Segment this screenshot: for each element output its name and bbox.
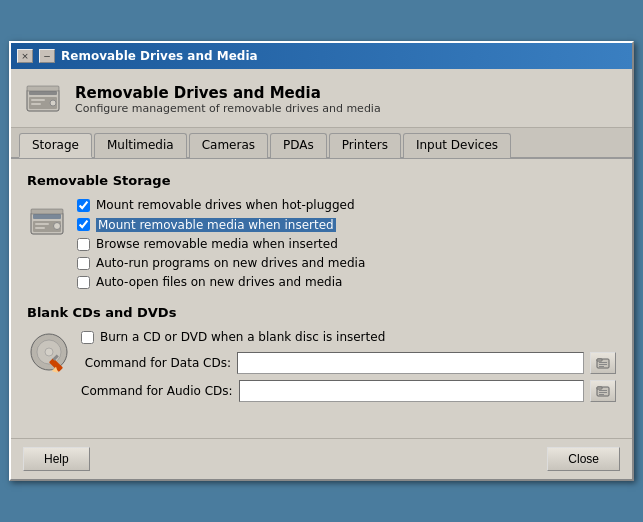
browse-insert-checkbox[interactable]	[77, 238, 90, 251]
mount-insert-checkbox[interactable]	[77, 218, 90, 231]
browse-insert-label: Browse removable media when inserted	[96, 237, 338, 251]
data-cd-browse-button[interactable]	[590, 352, 616, 374]
header-title: Removable Drives and Media	[75, 84, 381, 102]
blank-inputs: Burn a CD or DVD when a blank disc is in…	[81, 330, 616, 408]
checkbox-browse-insert: Browse removable media when inserted	[77, 237, 365, 251]
svg-rect-4	[31, 99, 45, 101]
help-button[interactable]: Help	[23, 447, 90, 471]
auto-run-label: Auto-run programs on new drives and medi…	[96, 256, 365, 270]
titlebar-left: × − Removable Drives and Media	[17, 49, 258, 63]
tab-pdas[interactable]: PDAs	[270, 133, 327, 158]
data-cd-row: Command for Data CDs:	[81, 352, 616, 374]
storage-checkboxes: Mount removable drives when hot-plugged …	[77, 198, 365, 289]
footer: Help Close	[11, 438, 632, 479]
svg-rect-12	[35, 227, 45, 229]
checkbox-auto-run: Auto-run programs on new drives and medi…	[77, 256, 365, 270]
mount-hot-label: Mount removable drives when hot-plugged	[96, 198, 355, 212]
blank-content-row: Burn a CD or DVD when a blank disc is in…	[27, 330, 616, 408]
burn-cd-checkbox[interactable]	[81, 331, 94, 344]
svg-rect-26	[597, 387, 602, 389]
cd-icon	[27, 330, 71, 374]
content-area: Removable Storage	[11, 159, 632, 438]
close-button-footer[interactable]: Close	[547, 447, 620, 471]
svg-rect-11	[35, 223, 49, 225]
tab-storage[interactable]: Storage	[19, 133, 92, 158]
header-section: Removable Drives and Media Configure man…	[11, 69, 632, 128]
audio-cd-browse-button[interactable]	[590, 380, 616, 402]
tab-cameras[interactable]: Cameras	[189, 133, 268, 158]
mount-hot-checkbox[interactable]	[77, 199, 90, 212]
svg-rect-24	[599, 366, 604, 367]
mount-insert-label: Mount removable media when inserted	[96, 217, 336, 232]
header-text: Removable Drives and Media Configure man…	[75, 84, 381, 115]
main-window: × − Removable Drives and Media Removable…	[9, 41, 634, 481]
header-subtitle: Configure management of removable drives…	[75, 102, 381, 115]
minimize-button[interactable]: −	[39, 49, 55, 63]
checkbox-auto-open: Auto-open files on new drives and media	[77, 275, 365, 289]
blank-cds-section: Blank CDs and DVDs	[27, 305, 616, 408]
data-cd-input[interactable]	[237, 352, 584, 374]
window-title: Removable Drives and Media	[61, 49, 258, 63]
checkbox-burn: Burn a CD or DVD when a blank disc is in…	[81, 330, 616, 344]
svg-rect-21	[597, 359, 602, 361]
svg-rect-28	[599, 392, 607, 393]
blank-cds-title: Blank CDs and DVDs	[27, 305, 616, 320]
browse-icon	[596, 356, 610, 370]
titlebar: × − Removable Drives and Media	[11, 43, 632, 69]
auto-open-label: Auto-open files on new drives and media	[96, 275, 342, 289]
data-cd-label: Command for Data CDs:	[81, 356, 231, 370]
auto-run-checkbox[interactable]	[77, 257, 90, 270]
browse-icon-2	[596, 384, 610, 398]
svg-rect-27	[599, 390, 607, 391]
svg-point-16	[45, 348, 53, 356]
checkbox-mount-insert: Mount removable media when inserted	[77, 217, 365, 232]
audio-cd-input[interactable]	[239, 380, 584, 402]
burn-cd-label: Burn a CD or DVD when a blank disc is in…	[100, 330, 385, 344]
drive-icon	[25, 81, 61, 117]
header-icon	[23, 79, 63, 119]
svg-rect-6	[27, 86, 59, 91]
removable-storage-section: Removable Storage	[27, 173, 616, 289]
audio-cd-row: Command for Audio CDs:	[81, 380, 616, 402]
svg-rect-29	[599, 394, 604, 395]
svg-point-10	[54, 223, 61, 230]
checkbox-mount-hot: Mount removable drives when hot-plugged	[77, 198, 365, 212]
svg-rect-22	[599, 362, 607, 363]
close-button[interactable]: ×	[17, 49, 33, 63]
svg-rect-8	[33, 214, 61, 219]
mount-insert-text: Mount removable media when inserted	[96, 218, 336, 232]
auto-open-checkbox[interactable]	[77, 276, 90, 289]
tab-printers[interactable]: Printers	[329, 133, 401, 158]
svg-rect-23	[599, 364, 607, 365]
tab-input-devices[interactable]: Input Devices	[403, 133, 511, 158]
audio-cd-label: Command for Audio CDs:	[81, 384, 233, 398]
tab-bar: Storage Multimedia Cameras PDAs Printers…	[11, 128, 632, 159]
removable-storage-title: Removable Storage	[27, 173, 616, 188]
storage-drive-icon	[27, 202, 67, 242]
tab-multimedia[interactable]: Multimedia	[94, 133, 187, 158]
svg-rect-5	[31, 103, 41, 105]
svg-point-3	[50, 100, 56, 106]
svg-rect-13	[31, 209, 63, 214]
svg-rect-1	[29, 91, 57, 95]
storage-row: Mount removable drives when hot-plugged …	[27, 198, 616, 289]
